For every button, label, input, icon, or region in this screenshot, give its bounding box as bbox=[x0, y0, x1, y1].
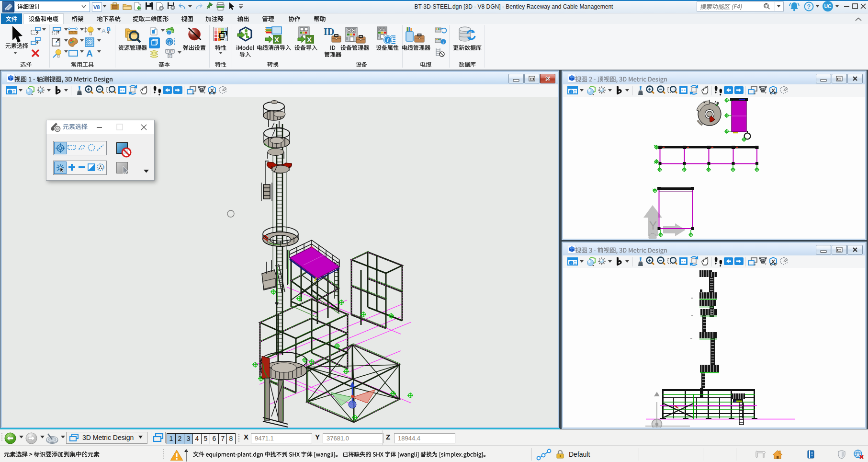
svg-text:Y: Y bbox=[649, 219, 657, 232]
svg-text:X: X bbox=[307, 35, 312, 44]
svg-text:i: i bbox=[387, 36, 389, 44]
svg-text:i: i bbox=[571, 261, 572, 266]
svg-text:ID: ID bbox=[324, 27, 334, 37]
svg-text:X: X bbox=[274, 35, 279, 44]
svg-text:A: A bbox=[86, 48, 93, 58]
svg-text:A: A bbox=[101, 27, 106, 35]
svg-text:B: B bbox=[107, 26, 111, 32]
svg-text:V8: V8 bbox=[93, 4, 100, 10]
svg-text:i: i bbox=[10, 90, 11, 94]
svg-text:i: i bbox=[169, 31, 169, 35]
svg-text:i: i bbox=[571, 90, 572, 94]
svg-text:?: ? bbox=[807, 3, 811, 10]
